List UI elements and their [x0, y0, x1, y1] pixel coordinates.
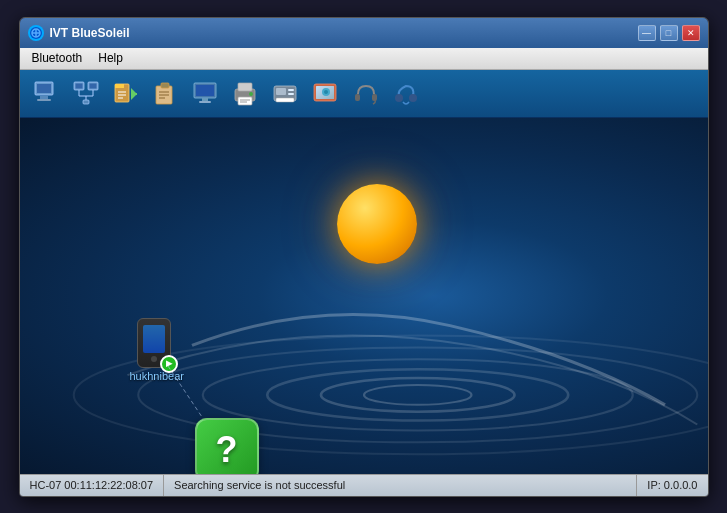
svg-rect-30 — [196, 85, 214, 96]
phone-device-label: hukhnibear — [130, 370, 184, 382]
minimize-button[interactable]: — — [638, 25, 656, 41]
status-ip: IP: 0.0.0.0 — [637, 475, 707, 496]
svg-rect-32 — [199, 101, 211, 103]
svg-rect-35 — [238, 97, 252, 105]
close-button[interactable]: ✕ — [682, 25, 700, 41]
svg-rect-40 — [276, 88, 286, 95]
svg-rect-5 — [37, 84, 51, 93]
titlebar: IVT BlueSoleil — □ ✕ — [20, 18, 708, 48]
question-mark-icon: ? — [216, 429, 238, 471]
toolbar-network-icon[interactable] — [68, 75, 104, 111]
phone-device[interactable]: ▶ hukhnibear — [130, 318, 184, 382]
svg-point-56 — [267, 369, 568, 420]
window-title: IVT BlueSoleil — [50, 26, 130, 40]
main-window: IVT BlueSoleil — □ ✕ Bluetooth Help — [19, 17, 709, 497]
svg-rect-41 — [288, 89, 294, 91]
unknown-device[interactable]: ? HC-07 — [195, 418, 259, 474]
menu-item-help[interactable]: Help — [90, 49, 131, 67]
go-badge: ▶ — [160, 355, 178, 373]
svg-point-51 — [395, 94, 403, 102]
svg-rect-42 — [288, 93, 294, 95]
svg-rect-18 — [115, 84, 124, 88]
svg-rect-34 — [238, 83, 252, 91]
status-device-info: HC-07 00:11:12:22:08:07 — [20, 475, 165, 496]
toolbar-mycomputer-icon[interactable] — [28, 75, 64, 111]
statusbar: HC-07 00:11:12:22:08:07 Searching servic… — [20, 474, 708, 496]
svg-rect-43 — [276, 98, 294, 102]
svg-rect-31 — [202, 98, 208, 101]
svg-rect-49 — [355, 94, 360, 101]
toolbar-desktop-icon[interactable] — [188, 75, 224, 111]
toolbar-filetransfer-icon[interactable] — [108, 75, 144, 111]
svg-point-55 — [202, 359, 632, 430]
toolbar — [20, 70, 708, 118]
svg-point-58 — [364, 385, 472, 405]
svg-rect-16 — [83, 100, 89, 104]
menubar: Bluetooth Help — [20, 48, 708, 70]
svg-point-36 — [249, 92, 253, 96]
svg-rect-25 — [161, 83, 169, 88]
svg-rect-7 — [37, 99, 51, 101]
toolbar-fax-icon[interactable] — [268, 75, 304, 111]
svg-point-52 — [409, 94, 417, 102]
svg-rect-11 — [89, 84, 96, 89]
svg-rect-9 — [75, 84, 82, 89]
svg-point-48 — [324, 90, 328, 94]
svg-point-57 — [321, 378, 515, 412]
svg-rect-6 — [40, 96, 48, 99]
unknown-device-icon: ? — [195, 418, 259, 474]
titlebar-controls: — □ ✕ — [638, 25, 700, 41]
toolbar-photo-icon[interactable] — [308, 75, 344, 111]
bluetooth-orb[interactable] — [337, 184, 417, 264]
toolbar-headset-icon[interactable] — [348, 75, 384, 111]
restore-button[interactable]: □ — [660, 25, 678, 41]
menu-item-bluetooth[interactable]: Bluetooth — [24, 49, 91, 67]
app-icon — [28, 25, 44, 41]
main-area: ▶ hukhnibear ? HC-07 — [20, 118, 708, 474]
toolbar-handsfree-icon[interactable] — [388, 75, 424, 111]
toolbar-clipboard-icon[interactable] — [148, 75, 184, 111]
titlebar-left: IVT BlueSoleil — [28, 25, 130, 41]
toolbar-printer-icon[interactable] — [228, 75, 264, 111]
status-message: Searching service is not successful — [164, 475, 637, 496]
